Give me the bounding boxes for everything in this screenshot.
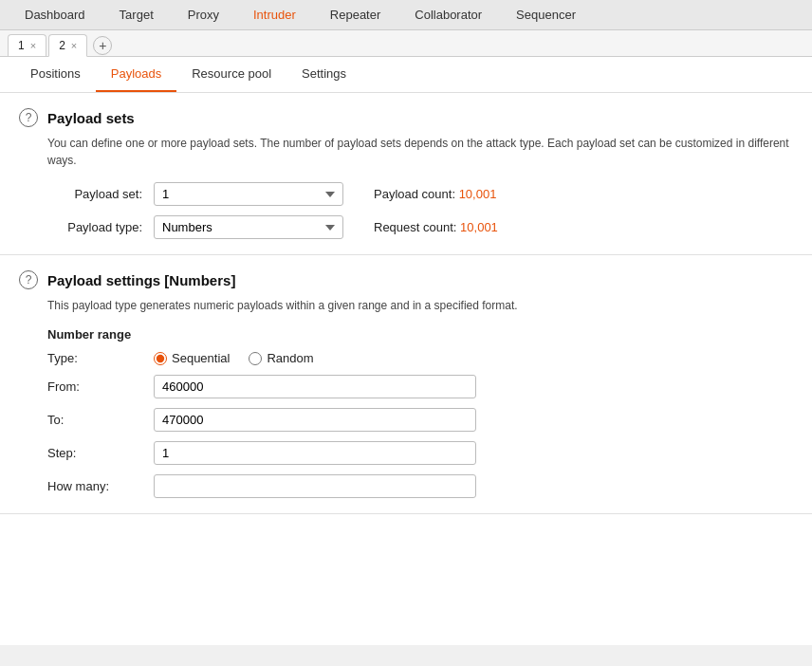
payload-set-select[interactable]: 1 2 3 <box>154 182 343 206</box>
tab-positions[interactable]: Positions <box>15 57 96 92</box>
payload-sets-header: ? Payload sets <box>19 108 793 127</box>
payload-type-label: Payload type: <box>47 220 142 234</box>
tab-settings[interactable]: Settings <box>286 57 361 92</box>
tab-target[interactable]: Target <box>102 0 171 29</box>
from-row: From: <box>47 375 793 398</box>
tab-collaborator[interactable]: Collaborator <box>397 0 499 29</box>
step-input[interactable] <box>154 441 476 465</box>
payload-sets-form: Payload set: 1 2 3 Payload count: 10,001… <box>47 182 793 239</box>
type-row: Type: Sequential Random <box>47 351 793 365</box>
number-range-label: Number range <box>47 327 793 342</box>
step-row: Step: <box>47 441 793 465</box>
main-content: ? Payload sets You can define one or mor… <box>0 93 812 645</box>
top-nav: Dashboard Target Proxy Intruder Repeater… <box>0 0 812 30</box>
random-radio-label[interactable]: Random <box>249 351 313 365</box>
tab-resource-pool[interactable]: Resource pool <box>176 57 286 92</box>
instance-tab-1[interactable]: 1 × <box>8 34 46 56</box>
type-radio-group: Sequential Random <box>154 351 314 365</box>
instance-tab-1-label: 1 <box>18 39 25 52</box>
random-label: Random <box>267 351 313 365</box>
payload-sets-section: ? Payload sets You can define one or mor… <box>0 93 812 255</box>
payload-settings-form: Type: Sequential Random From: <box>47 351 793 498</box>
how-many-row: How many: <box>47 474 793 498</box>
tab-dashboard[interactable]: Dashboard <box>8 0 102 29</box>
sequential-label: Sequential <box>172 351 230 365</box>
sequential-radio-label[interactable]: Sequential <box>154 351 230 365</box>
random-radio[interactable] <box>249 352 262 365</box>
from-label: From: <box>47 379 142 394</box>
instance-tabs: 1 × 2 × + <box>0 30 812 57</box>
type-field-label: Type: <box>47 351 142 365</box>
instance-tab-2-close[interactable]: × <box>71 40 77 51</box>
tab-sequencer[interactable]: Sequencer <box>499 0 593 29</box>
request-count-value: 10,001 <box>460 220 498 234</box>
payload-settings-header: ? Payload settings [Numbers] <box>19 270 793 289</box>
payload-type-select[interactable]: Numbers Simple list Runtime file Brute f… <box>154 215 343 239</box>
tab-intruder[interactable]: Intruder <box>236 0 313 29</box>
payload-settings-section: ? Payload settings [Numbers] This payloa… <box>0 255 812 514</box>
instance-tab-2[interactable]: 2 × <box>48 34 87 57</box>
payload-count-value: 10,001 <box>459 187 497 201</box>
payload-set-label: Payload set: <box>47 187 142 201</box>
how-many-input[interactable] <box>154 474 476 498</box>
tab-payloads[interactable]: Payloads <box>96 57 176 92</box>
instance-tab-1-close[interactable]: × <box>30 40 36 51</box>
instance-tab-2-label: 2 <box>59 39 65 52</box>
to-label: To: <box>47 413 142 427</box>
to-input[interactable] <box>154 408 476 432</box>
add-tab-button[interactable]: + <box>93 36 112 55</box>
payload-set-row: Payload set: 1 2 3 Payload count: 10,001 <box>47 182 793 206</box>
tab-repeater[interactable]: Repeater <box>313 0 397 29</box>
how-many-label: How many: <box>47 479 142 493</box>
to-row: To: <box>47 408 793 432</box>
payload-settings-title: Payload settings [Numbers] <box>47 272 235 288</box>
sequential-radio[interactable] <box>154 352 167 365</box>
payload-type-row: Payload type: Numbers Simple list Runtim… <box>47 215 793 239</box>
section-tabs: Positions Payloads Resource pool Setting… <box>0 57 812 93</box>
step-label: Step: <box>47 446 142 460</box>
payload-sets-title: Payload sets <box>47 110 135 126</box>
from-input[interactable] <box>154 375 476 398</box>
payload-sets-help-icon[interactable]: ? <box>19 108 38 127</box>
payload-sets-desc: You can define one or more payload sets.… <box>47 135 793 169</box>
payload-count-label: Payload count: 10,001 <box>374 187 496 201</box>
request-count-label: Request count: 10,001 <box>374 220 498 234</box>
payload-settings-desc: This payload type generates numeric payl… <box>47 297 793 314</box>
tab-proxy[interactable]: Proxy <box>171 0 236 29</box>
payload-settings-help-icon[interactable]: ? <box>19 270 38 289</box>
